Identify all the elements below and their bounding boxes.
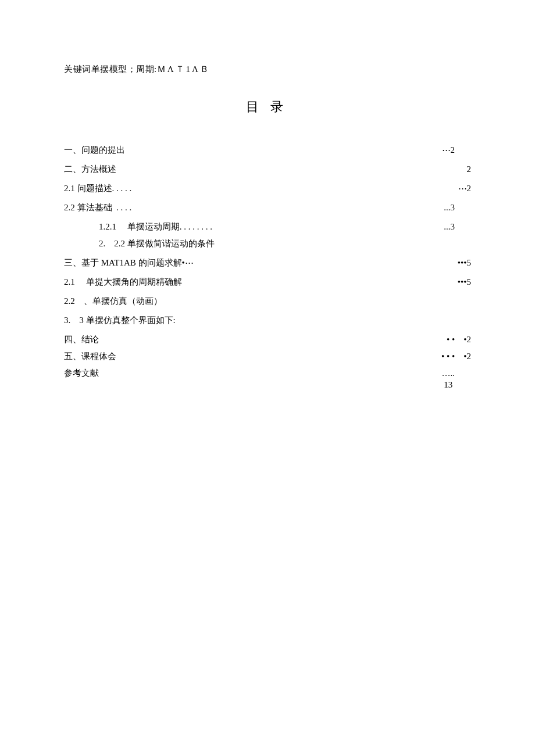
keywords-line: 关键词单摆模型；周期:ＭΛＴ1ΛＢ xyxy=(64,64,471,75)
toc-subentry: 1.2.1 单摆运动周期. . . . . . . . ...3 xyxy=(64,221,471,232)
toc-label: 二、方法概述 xyxy=(64,164,116,175)
toc-label: 三、基于 MAT1AB 的问题求解•⋯ xyxy=(64,257,194,268)
toc-page-stack: ….. 13 xyxy=(442,368,472,390)
toc-entry: 2.2 算法基础 . . . . ...3 xyxy=(64,202,471,213)
toc-title: 目录 xyxy=(70,98,471,116)
toc-label: 2. 2.2 单摆做简谐运动的条件 xyxy=(99,238,215,249)
toc-entry: 三、基于 MAT1AB 的问题求解•⋯ •••5 xyxy=(64,257,471,268)
toc-label: 一、问题的提出 xyxy=(64,145,125,156)
toc-entry: 2.2 、单摆仿真（动画） xyxy=(64,296,471,307)
toc-page: • • •2 xyxy=(447,335,471,345)
toc-page: 2 xyxy=(467,164,472,174)
toc-entry: 五、课程体会 • • • •2 xyxy=(64,351,471,362)
toc-subentry: 2. 2.2 单摆做简谐运动的条件 xyxy=(64,238,471,249)
toc-page-number: 13 xyxy=(444,380,452,389)
toc-page: •••5 xyxy=(458,258,471,268)
toc-entry: 2.1 单提大摆角的周期精确解 •••5 xyxy=(64,277,471,288)
toc-entry-references: 参考文献 ….. 13 xyxy=(64,368,471,390)
toc-entry: 3. 3 单摆仿真整个界面如下: xyxy=(64,315,471,326)
toc-entry: 一、问题的提出 ⋯2 xyxy=(64,145,471,156)
toc-entry: 四、结论 • • •2 xyxy=(64,334,471,345)
toc-page-dots: ….. xyxy=(442,368,455,378)
toc-label: 五、课程体会 xyxy=(64,351,116,362)
toc-label: 3. 3 单摆仿真整个界面如下: xyxy=(64,315,176,326)
table-of-contents: 一、问题的提出 ⋯2 二、方法概述 2 2.1 问题描述. . . . . ⋯2… xyxy=(64,145,471,390)
toc-page: • • • •2 xyxy=(441,352,471,361)
keywords-prefix: 关键词单摆模型；周期: xyxy=(64,65,157,74)
toc-label: 1.2.1 单摆运动周期. . . . . . . . xyxy=(99,221,212,232)
toc-entry: 二、方法概述 2 xyxy=(64,164,471,175)
toc-page: ...3 xyxy=(444,203,471,213)
keywords-term: ＭΛＴ1ΛＢ xyxy=(157,65,211,74)
toc-label: 2.2 、单摆仿真（动画） xyxy=(64,296,162,307)
toc-label: 参考文献 xyxy=(64,368,99,379)
toc-page: ...3 xyxy=(444,222,471,232)
toc-label: 2.1 问题描述. . . . . xyxy=(64,183,131,194)
toc-label: 2.1 单提大摆角的周期精确解 xyxy=(64,277,182,288)
toc-page: ⋯2 xyxy=(458,183,472,194)
document-page: 关键词单摆模型；周期:ＭΛＴ1ΛＢ 目录 一、问题的提出 ⋯2 二、方法概述 2… xyxy=(0,0,535,756)
toc-label: 四、结论 xyxy=(64,334,99,345)
toc-label: 2.2 算法基础 . . . . xyxy=(64,202,131,213)
toc-entry: 2.1 问题描述. . . . . ⋯2 xyxy=(64,183,471,194)
toc-page: ⋯2 xyxy=(442,145,472,155)
toc-page: •••5 xyxy=(458,277,471,287)
